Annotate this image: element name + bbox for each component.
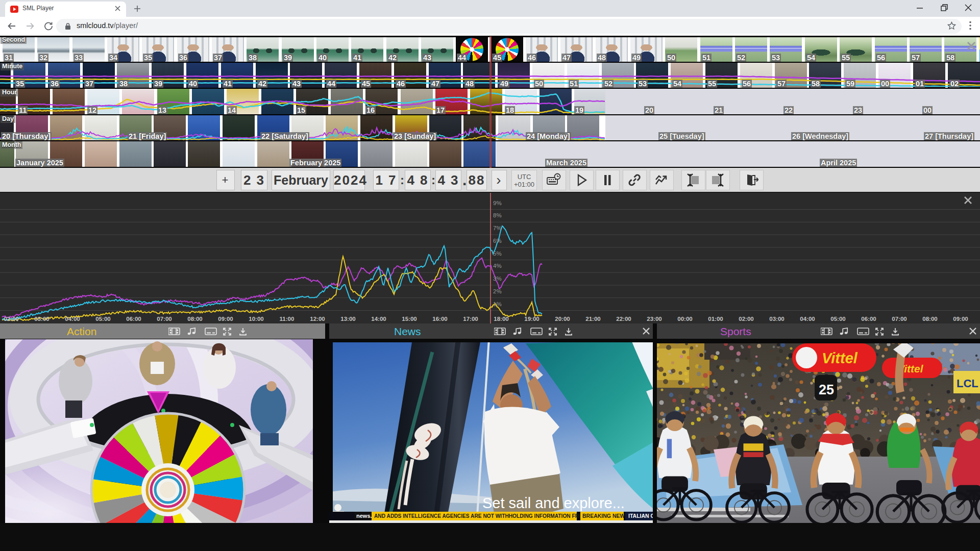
svg-text:9%: 9% — [493, 200, 502, 206]
svg-text:23:00: 23:00 — [647, 316, 662, 322]
svg-text:12:00: 12:00 — [310, 316, 325, 322]
svg-text:19:00: 19:00 — [524, 316, 539, 322]
svg-text:ITALIAN C: ITALIAN C — [628, 513, 653, 519]
svg-text:20:00: 20:00 — [555, 316, 570, 322]
svg-text:14:00: 14:00 — [371, 316, 386, 322]
svg-text:5%: 5% — [493, 251, 502, 257]
svg-text:06:00: 06:00 — [126, 316, 141, 322]
svg-text:7%: 7% — [493, 225, 502, 231]
svg-text:07:00: 07:00 — [157, 316, 172, 322]
svg-text:07:00: 07:00 — [892, 316, 906, 322]
svg-text:05:00: 05:00 — [830, 316, 845, 322]
svg-text:05:00: 05:00 — [95, 316, 110, 322]
svg-text:Vittel: Vittel — [822, 350, 858, 366]
svg-text:17:00: 17:00 — [463, 316, 478, 322]
svg-text:3%: 3% — [493, 276, 502, 282]
svg-text:01:00: 01:00 — [708, 316, 723, 322]
svg-text:8%: 8% — [493, 212, 502, 218]
svg-text:LCL: LCL — [957, 377, 978, 390]
svg-text:03:00: 03:00 — [769, 316, 784, 322]
svg-text:11:00: 11:00 — [280, 316, 295, 322]
svg-text:AND ADDS INTELLIGENCE AGENCIES: AND ADDS INTELLIGENCE AGENCIES ARE NOT W… — [374, 513, 600, 519]
svg-text:BREAKING NEWS: BREAKING NEWS — [582, 513, 628, 519]
svg-text:15:00: 15:00 — [402, 316, 416, 322]
svg-text:08:00: 08:00 — [187, 316, 202, 322]
svg-text:04:00: 04:00 — [65, 316, 80, 322]
svg-text:02:00: 02:00 — [739, 316, 753, 322]
svg-text:1%: 1% — [493, 301, 502, 307]
svg-text:6%: 6% — [493, 238, 502, 244]
svg-text:03:00: 03:00 — [34, 316, 49, 322]
svg-text:2%: 2% — [493, 288, 502, 294]
svg-text:21:00: 21:00 — [585, 316, 600, 322]
svg-text:00:00: 00:00 — [677, 316, 692, 322]
svg-text:25: 25 — [819, 382, 834, 397]
svg-text:Set sail and explore...: Set sail and explore... — [482, 495, 625, 511]
svg-text:16:00: 16:00 — [432, 316, 447, 322]
svg-text:04:00: 04:00 — [800, 316, 815, 322]
svg-text:06:00: 06:00 — [861, 316, 876, 322]
svg-text:4%: 4% — [493, 263, 502, 269]
svg-text:09:00: 09:00 — [953, 316, 968, 322]
svg-text:news.: news. — [356, 513, 372, 519]
svg-text:22:00: 22:00 — [616, 316, 631, 322]
svg-text:09:00: 09:00 — [218, 316, 233, 322]
svg-text:08:00: 08:00 — [922, 316, 937, 322]
svg-text:02:00: 02:00 — [4, 316, 18, 322]
svg-text:10:00: 10:00 — [249, 316, 263, 322]
svg-text:18:00: 18:00 — [494, 316, 508, 322]
svg-text:13:00: 13:00 — [340, 316, 355, 322]
